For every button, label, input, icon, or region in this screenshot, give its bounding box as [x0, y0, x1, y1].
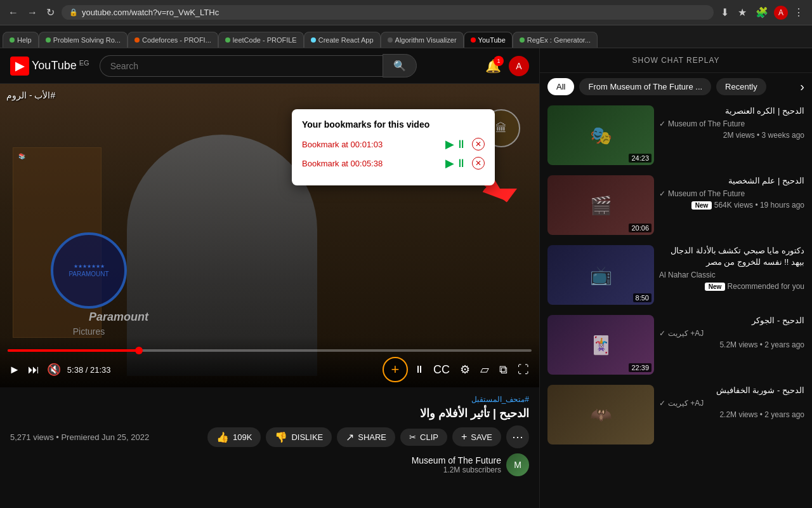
vc-title-4: الدحيح - الجوكر — [659, 315, 804, 326]
channel-info: Museum of The Future 1.2M subscribers — [412, 455, 501, 474]
video-duration-4: 22:39 — [629, 363, 652, 372]
vc-verified-2: ✓ — [659, 189, 665, 198]
reload-button[interactable]: ↻ — [43, 5, 58, 20]
bookmark-pause-button-1[interactable]: ⏸ — [455, 137, 467, 151]
paramount-stars: ★★★★★★★ — [74, 264, 105, 269]
dislike-button[interactable]: 👎 DISLIKE — [266, 427, 332, 447]
notification-button[interactable]: 🔔 1 — [485, 58, 501, 74]
play-button[interactable]: ► — [8, 362, 22, 378]
extensions-button[interactable]: ⬇ — [717, 5, 732, 20]
tab-favicon-lc — [225, 37, 230, 43]
tab-react[interactable]: Create React App — [304, 32, 381, 48]
video-card-info-5: الدحيح - شوربة الخفافيش AJ+ كيريت ✓ 2.2M… — [659, 385, 804, 444]
arabic-overlay: #الأب - الروم — [6, 90, 55, 100]
tab-help[interactable]: Help — [3, 32, 39, 48]
video-card-info-1: الدحيح | الكره العنصرية Museum of The Fu… — [659, 105, 804, 165]
menu-button[interactable]: ⋮ — [790, 5, 807, 20]
filter-all-button[interactable]: All — [547, 78, 574, 95]
bookmark-play-pause-2: ▶ ⏸ — [445, 156, 467, 170]
vc-channel-3: Al Nahar Classic — [659, 271, 804, 279]
like-button[interactable]: 👍 109K — [207, 427, 261, 447]
captions-button[interactable]: CC — [431, 361, 452, 379]
channel-avatar[interactable]: M — [506, 453, 529, 476]
settings-button[interactable]: ⚙ — [457, 360, 473, 379]
vc-channel-2: Museum of The Future ✓ — [659, 189, 804, 198]
video-card-2[interactable]: 🎬 20:06 الدحيح | علم الشخصية Museum of T… — [540, 170, 812, 240]
channel-row: M Museum of The Future 1.2M subscribers — [10, 453, 529, 476]
theater-button[interactable]: ▱ — [478, 360, 492, 379]
vc-title-5: الدحيح - شوربة الخفافيش — [659, 385, 804, 396]
user-avatar[interactable]: A — [509, 56, 529, 76]
miniplayer-button[interactable]: ⧉ — [497, 361, 510, 379]
video-card-4[interactable]: 🃏 22:39 الدحيح - الجوكر AJ+ كيريت ✓ 5.2M… — [540, 310, 812, 380]
bookmark-play-button-1[interactable]: ▶ — [445, 137, 454, 151]
premiere-date: Premiered Jun 25, 2022 — [61, 432, 149, 442]
main-layout: ▶ YouTube EG 🔍 🔔 1 A Your bookmarks for … — [0, 48, 812, 508]
filter-from-label: From Museum of The Future ... — [588, 82, 702, 91]
lock-icon: 🔒 — [69, 8, 78, 17]
channel-badge: #متحف_المستقبل — [10, 395, 529, 404]
video-thumb-2: 🎬 20:06 — [547, 175, 654, 235]
bookmark-label-2: Bookmark at 00:05:38 — [302, 159, 440, 168]
video-card-5[interactable]: 🦇 الدحيح - شوربة الخفافيش AJ+ كيريت ✓ 2.… — [540, 380, 812, 450]
bookmark-popup: Your bookmarks for this video Bookmark a… — [292, 109, 495, 185]
more-button[interactable]: ⋯ — [506, 425, 529, 448]
bookmark-add-button[interactable]: + — [383, 357, 408, 382]
vc-channel-name-1: Museum of The Future — [668, 119, 745, 128]
back-button[interactable]: ← — [5, 6, 22, 20]
vc-channel-4: AJ+ كيريت ✓ — [659, 329, 804, 338]
paramount-pictures-text: Pictures — [51, 326, 127, 337]
vc-title-3: دكتوره مايا صبحي تكشف بالأدلة الدجال بيه… — [659, 245, 804, 268]
tab-leetcode[interactable]: leetCode - PROFILE — [218, 32, 304, 48]
vc-verified-4: ✓ — [659, 329, 665, 338]
next-button[interactable]: ⏭ — [27, 362, 41, 378]
bookmark-delete-button-1[interactable]: ✕ — [472, 138, 485, 150]
vc-channel-name-5: AJ+ كيريت — [668, 399, 704, 408]
tab-algo[interactable]: Algorithm Visualizer — [381, 32, 464, 48]
profile-button[interactable]: A — [774, 6, 788, 20]
video-card-3[interactable]: 📺 8:50 دكتوره مايا صبحي تكشف بالأدلة الد… — [540, 240, 812, 310]
address-bar[interactable]: 🔒 youtube.com/watch?v=ro_VwK_LTHc — [62, 5, 714, 20]
tabs-bar: Help Problem Solving Ro... Codeforces - … — [0, 25, 812, 48]
video-actions: 👍 109K 👎 DISLIKE ↗ SHARE ✂ CLIP — [207, 425, 529, 448]
save-button[interactable]: + SAVE — [452, 427, 501, 446]
filter-row: All From Museum of The Future ... Recent… — [540, 73, 812, 100]
bookmark-pause-button-2[interactable]: ⏸ — [455, 156, 467, 170]
yt-header: ▶ YouTube EG 🔍 🔔 1 A — [0, 48, 539, 84]
tab-favicon-help — [10, 37, 15, 43]
filter-next-button[interactable]: › — [800, 79, 804, 94]
channel-name[interactable]: Museum of The Future — [412, 455, 501, 465]
tab-problem-solving[interactable]: Problem Solving Ro... — [39, 32, 128, 48]
bookmark-star-button[interactable]: ★ — [735, 5, 750, 20]
search-input[interactable] — [100, 55, 383, 77]
filter-from-button[interactable]: From Museum of The Future ... — [579, 78, 711, 95]
bookmark-delete-button-2[interactable]: ✕ — [472, 157, 485, 170]
dislike-label: DISLIKE — [291, 432, 323, 442]
video-card-1[interactable]: 🎭 24:23 الدحيح | الكره العنصرية Museum o… — [540, 100, 812, 170]
mute-button[interactable]: 🔇 — [46, 361, 62, 378]
tab-regex[interactable]: RegEx : Generator... — [513, 32, 598, 48]
tab-algo-label: Algorithm Visualizer — [395, 36, 457, 44]
save-label: SAVE — [471, 432, 492, 442]
dislike-icon: 👎 — [275, 431, 287, 443]
search-button[interactable]: 🔍 — [383, 54, 417, 77]
clip-button[interactable]: ✂ CLIP — [400, 429, 447, 446]
progress-bar[interactable] — [8, 349, 532, 352]
forward-button[interactable]: → — [24, 6, 41, 20]
filter-recently-button[interactable]: Recently — [716, 78, 766, 95]
share-button[interactable]: ↗ SHARE — [337, 427, 395, 447]
yt-logo[interactable]: ▶ YouTube EG — [10, 57, 89, 76]
tab-youtube[interactable]: YouTube — [464, 32, 513, 48]
video-content-area: Your bookmarks for this video Bookmark a… — [0, 84, 539, 387]
chat-replay-button[interactable]: SHOW CHAT REPLAY — [540, 48, 812, 73]
subtitles-pause-button[interactable]: ⏸ — [413, 363, 426, 377]
time-display: 5:38 / 21:33 — [67, 365, 111, 375]
channel-subs: 1.2M subscribers — [412, 465, 501, 474]
video-card-info-3: دكتوره مايا صبحي تكشف بالأدلة الدجال بيه… — [659, 245, 804, 305]
bookmark-play-button-2[interactable]: ▶ — [445, 156, 454, 170]
like-icon: 👍 — [216, 431, 229, 443]
fullscreen-button[interactable]: ⛶ — [515, 361, 532, 379]
bookmark-item-2: Bookmark at 00:05:38 ▶ ⏸ ✕ — [302, 156, 485, 170]
tab-codeforces[interactable]: Codeforces - PROFI... — [128, 32, 218, 48]
extensions-puzzle-button[interactable]: 🧩 — [752, 5, 771, 20]
